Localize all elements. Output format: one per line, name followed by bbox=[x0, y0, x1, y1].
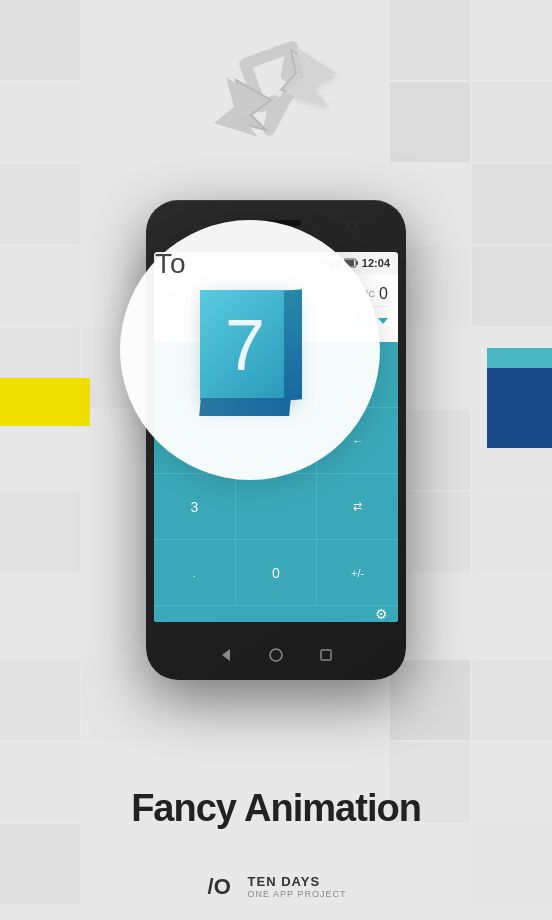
svg-rect-11 bbox=[472, 246, 552, 326]
svg-rect-26 bbox=[472, 824, 552, 904]
key-face-front: 7 bbox=[200, 290, 290, 400]
nav-back[interactable] bbox=[215, 644, 237, 666]
svg-rect-2 bbox=[390, 0, 470, 80]
svg-rect-3 bbox=[472, 0, 552, 80]
big-to-container: To bbox=[155, 248, 187, 280]
svg-marker-35 bbox=[222, 649, 230, 661]
brand-name: TEN DAYS bbox=[248, 874, 347, 889]
nav-bar bbox=[215, 644, 337, 666]
key-plusminus[interactable]: +/- bbox=[317, 540, 398, 605]
big-key-number: 7 bbox=[225, 304, 265, 386]
from-value: 0 bbox=[379, 285, 388, 303]
key-settings[interactable]: ⚙ bbox=[375, 606, 388, 622]
top-logo bbox=[196, 30, 356, 150]
key-swap[interactable]: ⇄ bbox=[317, 474, 398, 539]
svg-point-36 bbox=[270, 649, 282, 661]
svg-rect-18 bbox=[472, 492, 552, 572]
svg-rect-0 bbox=[0, 0, 80, 80]
key-settings-row: ⚙ bbox=[154, 606, 398, 622]
brand-logo-icon: /O bbox=[206, 870, 238, 902]
title-section: Fancy Animation bbox=[0, 787, 552, 830]
app-title: Fancy Animation bbox=[0, 787, 552, 830]
key-0[interactable]: 0 bbox=[236, 540, 317, 605]
key-empty-3 bbox=[236, 474, 317, 539]
brand-text-block: TEN DAYS ONE APP PROJECT bbox=[248, 874, 347, 899]
svg-rect-7 bbox=[0, 164, 80, 244]
brand-subtitle: ONE APP PROJECT bbox=[248, 889, 347, 899]
svg-text:/O: /O bbox=[208, 874, 231, 899]
svg-rect-8 bbox=[0, 246, 80, 326]
svg-rect-22 bbox=[472, 660, 552, 740]
io-logo-svg: /O bbox=[206, 870, 238, 902]
accent-yellow-bar bbox=[0, 378, 90, 426]
key-dot[interactable]: . bbox=[154, 540, 235, 605]
svg-rect-9 bbox=[472, 164, 552, 244]
svg-rect-25 bbox=[0, 824, 80, 904]
svg-rect-4 bbox=[0, 82, 80, 162]
svg-rect-5 bbox=[390, 82, 470, 162]
nav-home[interactable] bbox=[265, 644, 287, 666]
svg-rect-16 bbox=[0, 492, 80, 572]
svg-rect-37 bbox=[321, 650, 331, 660]
svg-rect-1 bbox=[82, 0, 162, 80]
key-3[interactable]: 3 bbox=[154, 474, 235, 539]
svg-rect-19 bbox=[0, 660, 80, 740]
key-face-bottom bbox=[199, 398, 291, 416]
nav-recents[interactable] bbox=[315, 644, 337, 666]
svg-rect-6 bbox=[472, 82, 552, 162]
bottom-brand: /O TEN DAYS ONE APP PROJECT bbox=[206, 870, 347, 902]
key-3d-visual: 7 bbox=[190, 280, 310, 420]
logo-svg bbox=[196, 35, 356, 145]
key-face-side bbox=[284, 289, 302, 401]
big-to-label: To bbox=[155, 248, 187, 279]
accent-blue-bar bbox=[487, 368, 552, 448]
